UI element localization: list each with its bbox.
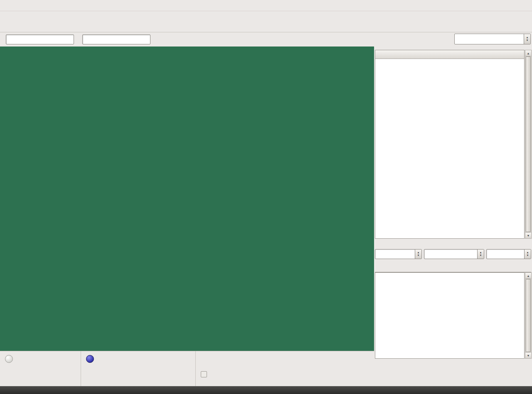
movelist-scrollbar[interactable]: ▲ ▼ [525, 50, 532, 239]
combo-stepper-icon[interactable]: ▲▼ [477, 250, 484, 259]
pips-value [5, 374, 76, 384]
player-panel-anthon [81, 351, 195, 386]
roll-annotation-select[interactable]: ▲▼ [424, 249, 484, 259]
window-bottom-strip [0, 386, 532, 394]
move-analysis-list [375, 272, 525, 359]
cube-annotation-select[interactable]: ▲▼ [375, 249, 422, 259]
player-panel-gnubg [0, 351, 81, 386]
analysis-summary [375, 240, 531, 248]
analysis-panel: ▲ ▼ ▲▼ ▲▼ ▲▼ ▲ ▼ [374, 46, 532, 386]
match-info [201, 360, 369, 370]
position-id-input[interactable] [6, 34, 74, 44]
menubar [0, 0, 532, 11]
scroll-down-icon[interactable]: ▼ [525, 232, 531, 238]
white-checker-icon [5, 355, 13, 363]
analysis-buttons-row-2 [375, 373, 531, 384]
scrollbar-thumb[interactable] [526, 56, 531, 232]
crawford-checkbox[interactable] [201, 371, 207, 377]
id-bar: ▲▼ [0, 32, 532, 46]
pips-value [86, 374, 190, 384]
backgammon-board[interactable] [23, 60, 351, 339]
status-bar [0, 351, 374, 386]
combo-stepper-icon[interactable]: ▲▼ [415, 250, 421, 259]
match-id-input[interactable] [82, 34, 150, 44]
scroll-up-icon[interactable]: ▲ [525, 273, 531, 279]
analysis-buttons-row-1 [375, 361, 531, 372]
game-selector-stepper-icon[interactable]: ▲▼ [524, 34, 530, 44]
analysis-scrollbar[interactable]: ▲ ▼ [525, 272, 532, 359]
move-list-header [375, 50, 524, 59]
game-selector[interactable]: ▲▼ [454, 34, 531, 44]
blue-checker-icon [86, 355, 94, 363]
board-area [0, 46, 374, 351]
scrollbar-thumb[interactable] [526, 279, 531, 352]
move-annotation-select[interactable]: ▲▼ [486, 249, 531, 259]
annotation-combos: ▲▼ ▲▼ ▲▼ [375, 249, 531, 259]
match-panel [195, 351, 374, 386]
analysis-tabs [375, 262, 531, 272]
toolbar [0, 11, 532, 32]
move-list [375, 50, 525, 239]
combo-stepper-icon[interactable]: ▲▼ [524, 250, 531, 259]
scroll-down-icon[interactable]: ▼ [525, 352, 531, 358]
scroll-up-icon[interactable]: ▲ [525, 50, 531, 56]
gnubg-window: ▲▼ [0, 0, 532, 394]
